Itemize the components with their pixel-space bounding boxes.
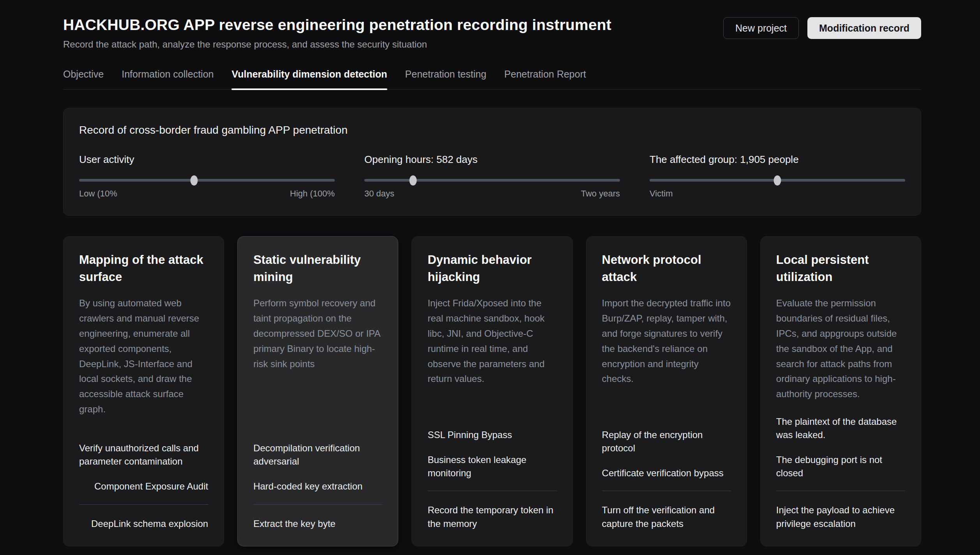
card-description: By using automated web crawlers and manu… (79, 296, 208, 417)
tab-objective[interactable]: Objective (63, 69, 104, 89)
opening-hours-slider-thumb[interactable] (409, 175, 417, 186)
card-description: Import the decrypted traffic into Burp/Z… (602, 296, 731, 387)
card-item: Business token leakage monitoring (427, 453, 556, 480)
card-description: Evaluate the permission boundaries of re… (776, 296, 905, 402)
card-item: DeepLink schema explosion (79, 517, 208, 530)
card-items: Verify unauthorized calls and parameter … (79, 428, 208, 530)
cards-row: Mapping of the attack surface By using a… (63, 236, 921, 555)
modification-record-button[interactable]: Modification record (807, 17, 921, 39)
record-panel: Record of cross-border fraud gambling AP… (63, 108, 921, 216)
card-items: SSL Pinning Bypass Business token leakag… (427, 415, 556, 530)
card-mapping-attack-surface[interactable]: Mapping of the attack surface By using a… (63, 236, 224, 546)
page: HACKHUB.ORG APP reverse engineering pene… (0, 0, 980, 555)
slider-group-affected-group: The affected group: 1,905 people Victim (650, 154, 905, 199)
new-project-button[interactable]: New project (723, 17, 799, 39)
slider-label: Opening hours: 582 days (364, 154, 620, 166)
header: HACKHUB.ORG APP reverse engineering pene… (63, 16, 921, 50)
slider-scale: Victim (650, 189, 905, 199)
header-actions: New project Modification record (723, 17, 921, 39)
card-description: Inject Frida/Xposed into the real machin… (427, 296, 556, 387)
card-item: SSL Pinning Bypass (427, 428, 556, 442)
card-item: Turn off the verification and capture th… (602, 504, 731, 530)
page-subtitle: Record the attack path, analyze the resp… (63, 39, 611, 50)
slider-label: User activity (79, 154, 335, 166)
card-item: Component Exposure Audit (79, 480, 208, 493)
tab-penetration-report[interactable]: Penetration Report (504, 69, 586, 89)
card-local-persistent-utilization[interactable]: Local persistent utilization Evaluate th… (760, 236, 921, 546)
card-title: Static vulnerability mining (253, 251, 382, 286)
header-text: HACKHUB.ORG APP reverse engineering pene… (63, 16, 611, 50)
content: HACKHUB.ORG APP reverse engineering pene… (63, 0, 921, 555)
card-items: The plaintext of the database was leaked… (776, 402, 905, 530)
slider-label: The affected group: 1,905 people (650, 154, 905, 166)
tab-information-collection[interactable]: Information collection (122, 69, 214, 89)
slider-min-label: 30 days (364, 189, 394, 199)
card-item-divider (427, 491, 556, 491)
slider-group-opening-hours: Opening hours: 582 days 30 days Two year… (364, 154, 620, 199)
opening-hours-slider-track[interactable] (364, 179, 620, 182)
tab-vulnerability-dimension-detection[interactable]: Vulnerability dimension detection (231, 69, 387, 89)
tab-penetration-testing[interactable]: Penetration testing (405, 69, 486, 89)
record-panel-title: Record of cross-border fraud gambling AP… (79, 124, 905, 136)
sliders-row: User activity Low (10% High (100% Openin… (79, 154, 905, 199)
card-item-divider (79, 504, 208, 505)
affected-group-slider-track[interactable] (650, 179, 905, 182)
slider-min-label: Low (10% (79, 189, 117, 199)
slider-max-label: Two years (581, 189, 620, 199)
card-title: Mapping of the attack surface (79, 251, 208, 286)
slider-group-user-activity: User activity Low (10% High (100% (79, 154, 335, 199)
affected-group-slider-thumb[interactable] (774, 175, 781, 186)
slider-scale: 30 days Two years (364, 189, 620, 199)
card-dynamic-behavior-hijacking[interactable]: Dynamic behavior hijacking Inject Frida/… (411, 236, 572, 546)
card-items: Decompilation verification adversarial H… (253, 428, 382, 530)
card-network-protocol-attack[interactable]: Network protocol attack Import the decry… (586, 236, 747, 546)
card-item-divider (253, 504, 382, 505)
card-description: Perform symbol recovery and taint propag… (253, 296, 382, 371)
page-title: HACKHUB.ORG APP reverse engineering pene… (63, 16, 611, 34)
card-item: Replay of the encryption protocol (602, 428, 731, 455)
slider-scale: Low (10% High (100% (79, 189, 335, 199)
user-activity-slider-track[interactable] (79, 179, 335, 182)
card-item: Hard-coded key extraction (253, 480, 382, 493)
card-title: Dynamic behavior hijacking (427, 251, 556, 286)
slider-min-label: Victim (650, 189, 673, 199)
slider-max-label: High (100% (290, 189, 335, 199)
card-item: The debugging port is not closed (776, 453, 905, 480)
card-item: Certificate verification bypass (602, 467, 731, 480)
card-item: Extract the key byte (253, 517, 382, 530)
card-title: Local persistent utilization (776, 251, 905, 286)
card-item: The plaintext of the database was leaked… (776, 415, 905, 442)
user-activity-slider-thumb[interactable] (191, 175, 198, 186)
card-item: Verify unauthorized calls and parameter … (79, 442, 208, 468)
card-item-divider (776, 491, 905, 491)
card-item-divider (602, 491, 731, 491)
card-items: Replay of the encryption protocol Certif… (602, 415, 731, 530)
card-item: Record the temporary token in the memory (427, 504, 556, 530)
card-item: Inject the payload to achieve privilege … (776, 504, 905, 530)
tab-bar: Objective Information collection Vulnera… (63, 69, 921, 90)
card-item: Decompilation verification adversarial (253, 442, 382, 468)
card-title: Network protocol attack (602, 251, 731, 286)
card-static-vulnerability-mining[interactable]: Static vulnerability mining Perform symb… (237, 236, 398, 546)
